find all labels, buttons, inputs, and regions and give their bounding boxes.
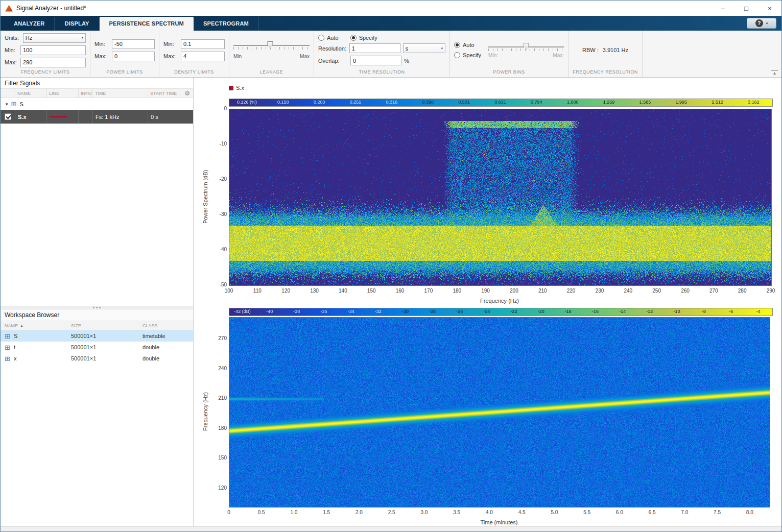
spectrogram-xtick: 2.0 [356,510,363,515]
spectrogram-xtick: 2.5 [388,510,395,515]
time-specify-radio[interactable] [350,35,357,41]
spectrogram-xtick: 6.5 [649,510,656,515]
persistence-xtick: 130 [310,288,319,294]
workspace-row[interactable]: ⊞t500001×1double [1,342,193,353]
overlap-label: Overlap: [318,58,348,64]
expander-icon[interactable]: ▾ [6,102,8,107]
spectrogram-xtick: 0 [227,510,230,515]
spectrogram-colorbar-tick: -22 [511,309,517,314]
variable-icon: ⊞ [5,333,14,340]
time-auto-label: Auto [327,35,339,41]
power-max-field[interactable] [112,52,155,61]
signal-row[interactable]: S.xFs: 1 kHz0 s [1,110,193,124]
signal-checkbox[interactable] [5,113,11,120]
section-power-bins: Auto Specify Min: Max: [450,31,568,77]
bins-auto-radio[interactable] [454,42,460,48]
section-leakage: Min Max LEAKAGE [229,31,314,77]
section-power-limits: Min: Max: POWER LIMITS [90,31,159,77]
spectrogram-xtick: 3.0 [420,510,428,515]
time-auto-radio[interactable] [318,35,324,41]
density-max-field[interactable] [181,52,225,61]
tab-analyzer[interactable]: ANALYZER [4,17,55,31]
spectrogram-colorbar-tick: -10 [673,309,680,314]
persistence-ytick: -50 [204,282,227,287]
section-title-time-resolution: TIME RESOLUTION [314,69,449,77]
spectrogram-colorbar-tick: -34 [348,309,354,314]
variable-icon: ⊞ [5,355,14,362]
spectrogram-colorbar-tick: -12 [646,309,653,314]
spectrogram-colorbar-tick: -30 [402,309,409,314]
power-bins-slider[interactable] [488,42,564,53]
signal-group-row[interactable]: ▾ ⊞ S [1,98,193,110]
units-select[interactable]: Hz ▾ [23,33,86,43]
freq-max-field[interactable] [20,58,86,67]
density-min-label: Min: [163,41,178,47]
persistence-spectrum-plot[interactable] [229,109,772,286]
persistence-xtick: 210 [538,288,547,294]
power-max-label: Max: [94,53,109,59]
variable-name: x [14,355,71,361]
freq-min-field[interactable] [20,45,86,55]
close-button[interactable]: × [758,1,781,16]
column-line[interactable]: LINE [46,89,78,98]
minimize-button[interactable]: – [711,1,734,16]
ws-column-size[interactable]: SIZE [71,323,143,328]
spectrogram-ylabel: Frequency (Hz) [201,317,209,506]
spectrogram-ytick: 270 [204,335,227,341]
variable-icon: ⊞ [5,344,14,351]
spectrogram-colorbar-tick: -16 [592,309,599,314]
tab-spectrogram[interactable]: SPECTROGRAM [194,17,259,31]
section-title-frequency-limits: FREQUENCY LIMITS [1,69,90,77]
section-title-leakage: LEAKAGE [229,69,314,77]
gear-icon[interactable]: ⚙ [184,90,190,98]
section-title-frequency-resolution: FREQUENCY RESOLUTION [568,69,642,77]
spectrogram-xtick: 5.5 [583,510,590,515]
workspace-row[interactable]: ⊞x500001×1double [1,353,193,364]
tab-persistence-spectrum[interactable]: PERSISTENCE SPECTRUM [100,17,194,31]
collapse-ribbon-icon[interactable]: ▲ [771,70,778,76]
freq-min-label: Min: [5,47,18,53]
variable-size: 500001×1 [71,333,143,339]
leakage-slider[interactable] [233,41,310,51]
spectrogram-colorbar-tick: -40 [266,309,273,314]
filter-signals-panel: Filter Signals NAME LINE INFO TIME START… [1,78,194,526]
column-time[interactable]: TIME [92,89,148,98]
column-name[interactable]: NAME [15,89,46,98]
help-button[interactable]: ? ▾ [747,18,776,29]
rbw-value: 3.9101 Hz [603,47,628,53]
persistence-colorbar-tick: 0.398 [422,100,434,105]
tab-display[interactable]: DISPLAY [55,17,99,31]
spectrogram-xtick: 1.5 [323,510,330,515]
spectrogram-plot[interactable] [229,317,770,507]
spectrogram-ytick: 210 [204,395,227,401]
chevron-down-icon: ▾ [766,21,768,26]
persistence-xtick: 120 [281,288,290,294]
bins-specify-radio[interactable] [454,52,460,58]
ribbon-tabstrip: ANALYZER DISPLAY PERSISTENCE SPECTRUM SP… [1,16,781,31]
spectrogram-xtick: 7.5 [714,510,721,515]
resolution-field[interactable] [349,43,400,53]
slider-ruler [233,47,310,50]
signal-line-swatch [50,116,67,117]
ws-column-class[interactable]: CLASS [143,323,193,328]
ws-column-name[interactable]: NAME ▲ [5,323,71,328]
persistence-colorbar-tick: 0.158 [277,100,289,105]
maximize-button[interactable]: □ [734,1,758,16]
overlap-field[interactable] [350,56,401,65]
persistence-xtick: 190 [481,288,490,294]
column-info[interactable]: INFO [78,89,92,98]
matlab-logo-icon [5,5,13,12]
persistence-ytick: -40 [204,247,227,252]
resolution-unit-select[interactable]: s ▾ [403,43,445,53]
power-min-field[interactable] [112,39,155,49]
spectrogram-xtick: 1.0 [291,510,298,515]
persistence-xtick: 160 [396,288,405,294]
panel-splitter[interactable] [1,306,193,309]
persistence-colorbar-tick: 2.512 [712,100,723,105]
density-min-field[interactable] [181,39,225,49]
signal-line-cell [46,110,78,124]
bins-min-label: Min: [488,53,498,58]
section-frequency-limits: Units: Hz ▾ Min: Max: FREQUENCY LIMITS [1,31,90,77]
persistence-colorbar-tick: 1.585 [639,100,651,105]
workspace-row[interactable]: ⊞S500001×1timetable [1,330,193,342]
